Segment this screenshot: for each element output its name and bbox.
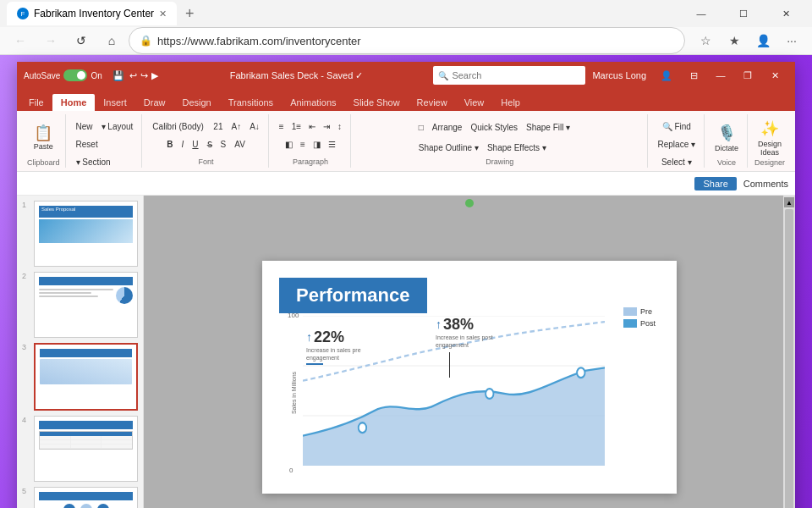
minimize-button[interactable]: — [682, 0, 721, 27]
indent-decrease-button[interactable]: ⇤ [305, 118, 319, 135]
spacing-button[interactable]: AV [231, 135, 249, 152]
favorites-icon[interactable]: ☆ [692, 27, 719, 54]
share-button[interactable]: Share [694, 177, 736, 190]
ppt-minimize-button[interactable]: — [707, 62, 734, 89]
decrease-font-button[interactable]: A↓ [246, 118, 263, 135]
ribbon-group-slides: New ▾ Layout Reset ▾ Section Slides [68, 114, 143, 168]
browser-tab[interactable]: F Fabrikam Inventory Center ✕ [7, 2, 177, 25]
scroll-up-button[interactable]: ▲ [784, 197, 794, 207]
tab-file[interactable]: File [20, 94, 52, 111]
slide-thumb-2[interactable] [34, 272, 138, 338]
tab-insert[interactable]: Insert [95, 94, 135, 111]
comments-button[interactable]: Comments [743, 179, 788, 189]
tab-transitions[interactable]: Transitions [220, 94, 282, 111]
bullets-button[interactable]: ≡ [276, 118, 288, 135]
undo-icon[interactable]: ↩ [129, 70, 137, 81]
shape-fill-button[interactable]: Shape Fill ▾ [523, 119, 573, 135]
drawing-label: Drawing [486, 157, 513, 168]
redo-icon[interactable]: ↪ [140, 70, 148, 81]
indent-increase-button[interactable]: ⇥ [320, 118, 333, 135]
ppt-user-name: Marcus Long [592, 70, 646, 80]
arrange-button[interactable]: Arrange [429, 119, 466, 135]
tab-design[interactable]: Design [173, 94, 219, 111]
vertical-scrollbar[interactable]: ▲ ▼ [783, 196, 795, 508]
slide2-content [36, 287, 135, 304]
close-button[interactable]: ✕ [766, 0, 805, 27]
forward-button[interactable]: → [37, 27, 64, 54]
legend-post-label: Post [640, 319, 656, 328]
y-axis-min: 0 [289, 467, 293, 474]
home-button[interactable]: ⌂ [98, 27, 125, 54]
section-button[interactable]: ▾ Section [73, 153, 114, 170]
slide4-header [39, 421, 133, 429]
slide-num-2: 2 [22, 272, 30, 280]
ppt-search-box[interactable]: 🔍 [433, 66, 585, 85]
ppt-close-button[interactable]: ✕ [761, 62, 788, 89]
find-button[interactable]: 🔍 Find [659, 118, 694, 135]
present-icon[interactable]: ▶ [151, 70, 158, 81]
ppt-maximize-button[interactable]: ❐ [734, 62, 761, 89]
ppt-slide[interactable]: Performance Pre Post [262, 261, 677, 494]
new-tab-button[interactable]: + [180, 3, 200, 25]
shadow-button[interactable]: S [217, 135, 230, 152]
underline-button[interactable]: U [189, 135, 201, 152]
ppt-search-input[interactable] [452, 70, 580, 80]
slide-thumb-container-1: 1 Sales Proposal [22, 201, 138, 267]
align-center-button[interactable]: ≡ [297, 135, 309, 152]
maximize-button[interactable]: ☐ [724, 0, 763, 27]
legend-pre-color [623, 307, 637, 316]
browser-window: F Fabrikam Inventory Center ✕ + — ☐ ✕ ← … [0, 0, 812, 508]
slide-thumb-3[interactable] [34, 343, 138, 411]
ppt-user-avatar[interactable]: 👤 [653, 62, 680, 89]
ppt-canvas-area[interactable]: Performance Pre Post [144, 196, 795, 508]
shape-outline-button[interactable]: Shape Outline ▾ [415, 140, 482, 157]
back-button[interactable]: ← [7, 27, 34, 54]
refresh-button[interactable]: ↺ [68, 27, 95, 54]
paste-icon: 📋 [34, 125, 52, 141]
italic-button[interactable]: I [178, 135, 188, 152]
select-button[interactable]: Select ▾ [658, 153, 695, 170]
align-right-button[interactable]: ◨ [310, 135, 324, 152]
new-slide-button[interactable]: New [73, 118, 96, 135]
tab-animations[interactable]: Animations [282, 94, 344, 111]
dictate-button[interactable]: 🎙️ Dictate [711, 118, 742, 158]
address-bar[interactable]: 🔒 https://www.fabrikam.com/inventorycent… [129, 27, 685, 54]
paragraph-label: Paragraph [293, 157, 328, 168]
align-left-button[interactable]: ◧ [282, 135, 296, 152]
slide-thumb-4[interactable] [34, 416, 138, 482]
reset-button[interactable]: Reset [73, 135, 102, 152]
increase-font-button[interactable]: A↑ [228, 118, 244, 135]
account-icon[interactable]: 👤 [749, 27, 776, 54]
tab-home[interactable]: Home [52, 94, 96, 111]
bold-button[interactable]: B [163, 135, 176, 152]
justify-button[interactable]: ☰ [325, 135, 339, 152]
ribbon-group-designer: ✨ Design Ideas Designer [749, 114, 790, 168]
paste-button[interactable]: 📋 Paste [28, 118, 58, 158]
strikethrough-button[interactable]: S̶ [204, 135, 216, 152]
autosave-toggle[interactable] [63, 69, 87, 81]
replace-button[interactable]: Replace ▾ [655, 135, 699, 152]
design-ideas-button[interactable]: ✨ Design Ideas [754, 118, 785, 158]
slide-thumb-5[interactable]: Key Differentiators [34, 487, 138, 508]
settings-icon[interactable]: ··· [778, 27, 805, 54]
tab-view[interactable]: View [456, 94, 493, 111]
ppt-ribbon-toggle[interactable]: ⊟ [680, 62, 707, 89]
tab-slideshow[interactable]: Slide Show [345, 94, 409, 111]
tab-draw[interactable]: Draw [135, 94, 174, 111]
line-spacing-button[interactable]: ↕ [334, 118, 345, 135]
shape-button[interactable]: □ [415, 119, 427, 135]
tab-review[interactable]: Review [409, 94, 456, 111]
font-size-button[interactable]: 21 [210, 118, 226, 135]
font-family-button[interactable]: Calibri (Body) [149, 118, 208, 135]
scrollbar-thumb[interactable] [785, 209, 793, 508]
slide3-chart [40, 359, 132, 384]
tab-help[interactable]: Help [492, 94, 529, 111]
slide-thumb-1[interactable]: Sales Proposal [34, 201, 138, 267]
save-icon[interactable]: 💾 [112, 70, 124, 81]
quick-styles-button[interactable]: Quick Styles [467, 119, 521, 135]
collections-icon[interactable]: ★ [721, 27, 748, 54]
tab-close-button[interactable]: ✕ [159, 8, 167, 19]
shape-effects-button[interactable]: Shape Effects ▾ [484, 140, 550, 157]
numbering-button[interactable]: 1≡ [288, 118, 304, 135]
layout-button[interactable]: ▾ Layout [98, 118, 137, 135]
